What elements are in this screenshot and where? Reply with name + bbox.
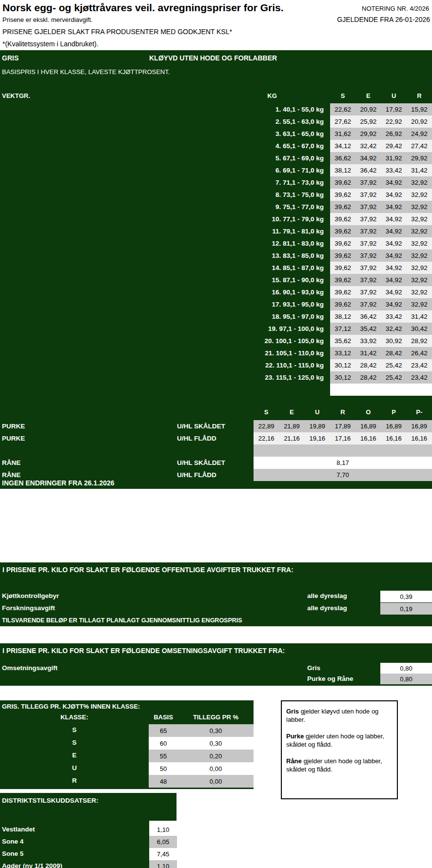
price-cell: 35,62: [330, 335, 355, 347]
price-cell: 32,92: [407, 250, 432, 262]
price-cell: 39,62: [330, 274, 355, 286]
animal-label: GRIS: [2, 54, 19, 62]
price-cell: 17,16: [330, 432, 355, 444]
price-cell: 37,92: [355, 237, 381, 250]
weight-row-values: 27,6225,9222,9220,92: [330, 116, 432, 128]
price-cell: 28,92: [407, 335, 432, 347]
district-name: Vestlandet: [2, 826, 35, 833]
weight-range-label: 3. 63,1 - 65,0 kg: [0, 130, 330, 137]
purke-row-values: 22,1621,1619,1617,1616,1616,1616,16: [254, 432, 432, 444]
price-cell: 37,92: [355, 189, 381, 201]
price-cell: 31,42: [407, 164, 432, 176]
price-cell: 22,89: [254, 420, 279, 432]
price-cell: 29,92: [355, 128, 381, 140]
page-title: Norsk egg- og kjøttråvares veil. avregni…: [2, 2, 284, 14]
price-cell: 37,92: [355, 225, 381, 237]
basis-value: 55: [149, 750, 178, 762]
supplement-value: 0,00: [178, 762, 254, 775]
district-header-block: DISTRIKTSTILSKUDDSATSER:: [0, 793, 177, 821]
empty-cell: [254, 444, 432, 457]
price-cell: 21,89: [279, 420, 304, 432]
price-cell: 32,42: [355, 140, 381, 152]
price-cell: 33,92: [355, 335, 381, 347]
price-cell: 16,89: [407, 420, 432, 432]
weight-row-values: 39,6237,9234,9232,92: [330, 213, 432, 225]
weight-row-values: 39,6237,9234,9232,92: [330, 298, 432, 310]
weight-row-values: 39,6237,9234,9232,92: [330, 176, 432, 189]
weight-range-label: 2. 55,1 - 63,0 kg: [0, 118, 330, 125]
price-cell: 25,92: [355, 116, 381, 128]
weight-range-label: 6. 69,1 - 71,0 kg: [0, 167, 330, 174]
weight-range-label: 16. 90,1 - 93,0 kg: [0, 289, 330, 296]
purke-rane-row: [0, 444, 432, 457]
price-cell: 23,42: [407, 371, 432, 384]
class-header-e: E: [355, 92, 381, 99]
price-cell: 34,92: [381, 298, 407, 310]
price-cell: 30,92: [381, 335, 407, 347]
price-cell: 27,42: [407, 140, 432, 152]
fee-value: 0,80: [380, 674, 432, 684]
district-name: Sone 4: [2, 838, 23, 845]
price-cell: 31,42: [355, 347, 381, 359]
purke-class-header: R: [330, 408, 355, 416]
price-cell: 34,92: [381, 262, 407, 274]
weight-row: 1. 40,1 - 55,0 kg22,6220,9217,9215,92: [0, 103, 432, 116]
price-cell: 34,92: [381, 237, 407, 250]
price-cell: 37,92: [355, 201, 381, 213]
price-cell: 16,16: [381, 432, 406, 444]
price-cell: 33,42: [381, 164, 407, 176]
supplement-value: 0,00: [178, 775, 254, 788]
price-cell: 32,92: [407, 225, 432, 237]
marketing-fee-section: I PRISENE PR. KILO FOR SLAKT ER FØLGENDE…: [0, 643, 432, 686]
price-cell: 39,62: [330, 262, 355, 274]
fee-scope: Purke og Råne: [307, 675, 353, 682]
class-header-u: U: [381, 92, 407, 99]
basis-value: 50: [149, 762, 178, 775]
ksl-footnote: *(Kvalitetssystem i Landbruket).: [2, 40, 98, 48]
purke-class-header: O: [355, 408, 381, 416]
supplement-value: 0,30: [178, 724, 254, 737]
weight-range-label: 1. 40,1 - 55,0 kg: [0, 106, 330, 113]
price-cell: 34,12: [330, 140, 355, 152]
price-cell: 19,89: [305, 420, 330, 432]
class-letter: S: [0, 739, 149, 746]
weight-row-values: 36,6234,9231,9229,92: [330, 152, 432, 164]
price-cell: 37,12: [330, 323, 355, 335]
purke-row-values: 22,8921,8919,8917,8916,8916,8916,89: [254, 420, 432, 432]
supplement-row: R480,00: [0, 775, 254, 788]
valid-from-date: GJELDENDE FRA 26-01-2026: [337, 16, 430, 23]
price-cell: 32,92: [407, 189, 432, 201]
weight-row: 6. 69,1 - 71,0 kg38,1236,4233,4231,42: [0, 164, 432, 176]
price-cell: 34,92: [381, 213, 407, 225]
price-cell: 32,92: [407, 274, 432, 286]
price-cell: 17,89: [330, 420, 355, 432]
weight-row: 20. 100,1 - 105,0 kg35,6233,9230,9228,92: [0, 335, 432, 347]
fee-row: Forskningsavgiftalle dyreslag0,19: [0, 603, 432, 615]
price-cell: 15,92: [407, 103, 432, 116]
method-label: U/HL FLÅDD: [177, 435, 254, 442]
price-cell: 36,42: [355, 310, 381, 323]
district-row: Sone 57,45: [0, 848, 177, 860]
weight-row: 21. 105,1 - 110,0 kg33,1231,4228,4226,42: [0, 347, 432, 359]
price-cell: 16,89: [355, 420, 381, 432]
weight-range-label: 20. 100,1 - 105,0 kg: [0, 337, 330, 345]
weight-range-label: 11. 79,1 - 81,0 kg: [0, 228, 330, 235]
gris-price-section: GRIS KLØYVD UTEN HODE OG FORLABBER BASIS…: [0, 50, 432, 489]
price-cell: 39,62: [330, 213, 355, 225]
definitions-info-box: Gris gjelder kløyvd uten hode og labber.…: [281, 700, 398, 799]
price-cell: 39,62: [330, 189, 355, 201]
weight-range-label: 19. 97,1 - 100,0 kg: [0, 325, 330, 332]
weight-range-label: 9. 75,1 - 77,0 kg: [0, 203, 330, 211]
price-cell: 34,92: [381, 250, 407, 262]
price-cell: 34,92: [381, 201, 407, 213]
price-cell: 37,92: [355, 250, 381, 262]
price-notice-document: { "header": { "title": "Norsk egg- og kj…: [0, 0, 432, 868]
price-cell: 30,12: [330, 359, 355, 371]
weight-range-label: 8. 73,1 - 75,0 kg: [0, 191, 330, 198]
class-header-s: S: [330, 92, 355, 99]
price-cell: 36,62: [330, 152, 355, 164]
weight-row: 4. 65,1 - 67,0 kg34,1232,4229,4227,42: [0, 140, 432, 152]
district-row: Vestlandet1,10: [0, 824, 177, 836]
weight-range-label: 15. 87,1 - 90,0 kg: [0, 276, 330, 284]
supplement-cells: 480,00: [149, 775, 254, 788]
